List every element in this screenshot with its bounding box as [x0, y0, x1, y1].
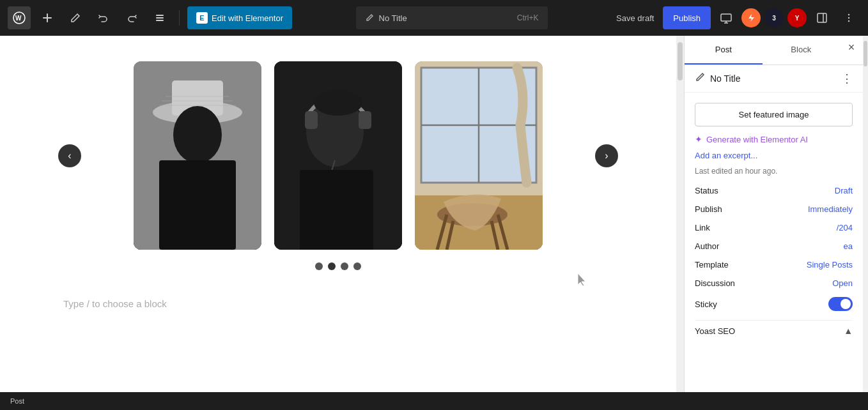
main-area: ‹ › Type / to choose a block Pos	[0, 36, 868, 392]
sidebar-body: Set featured image ✦ Generate with Eleme…	[685, 93, 863, 392]
svg-rect-22	[300, 170, 373, 250]
save-draft-button[interactable]: Save draft	[611, 6, 659, 29]
elementor-icon-letter: E	[199, 14, 204, 22]
svg-point-8	[848, 17, 849, 19]
edit-with-elementor-button[interactable]: E Edit with Elementor	[187, 6, 292, 29]
meta-row-template: Template Single Posts	[695, 260, 853, 270]
list-view-button[interactable]	[148, 6, 171, 29]
slider-dot-2[interactable]	[328, 262, 336, 270]
image-headphones	[274, 61, 402, 250]
post-title-text: No Title	[379, 13, 512, 23]
plugin-icon-yoast[interactable]: Y	[787, 8, 807, 27]
slider-next-icon: ›	[605, 150, 608, 162]
meta-value-template[interactable]: Single Posts	[807, 260, 853, 270]
generate-ai-link[interactable]: ✦ Generate with Elementor AI	[695, 134, 853, 144]
slider-prev-icon: ‹	[68, 150, 71, 162]
meta-label-status: Status	[695, 186, 718, 195]
canvas-scroll-thumb[interactable]	[678, 42, 683, 80]
edit-mode-button[interactable]	[64, 6, 87, 29]
meta-label-template: Template	[695, 260, 729, 270]
status-bar-label: Post	[10, 397, 24, 405]
last-edited-text: Last edited an hour ago.	[695, 167, 853, 176]
yoast-label: Y	[795, 15, 800, 22]
preview-button[interactable]	[715, 6, 738, 29]
add-excerpt-link[interactable]: Add an excerpt...	[695, 151, 853, 160]
tab-post[interactable]: Post	[685, 36, 763, 65]
toolbar-center: No Title Ctrl+K	[297, 6, 606, 29]
post-title-bar[interactable]: No Title Ctrl+K	[356, 6, 548, 29]
generate-ai-label: Generate with Elementor AI	[706, 135, 808, 144]
toolbar: W E Edit with Elementor	[0, 0, 868, 36]
publish-button[interactable]: Publish	[663, 6, 711, 29]
meta-label-sticky: Sticky	[695, 300, 717, 309]
sidebar: Post Block × No Title ⋮ Set featured ima…	[684, 36, 863, 392]
status-bar: Post	[0, 392, 868, 410]
svg-point-23	[314, 90, 362, 116]
meta-row-author: Author ea	[695, 241, 853, 251]
wp-logo[interactable]: W	[8, 6, 31, 29]
meta-value-link[interactable]: /204	[837, 223, 853, 232]
svg-point-9	[848, 20, 849, 22]
sidebar-scrollbar[interactable]	[863, 36, 868, 392]
slider-prev-button[interactable]: ‹	[58, 144, 81, 167]
svg-point-13	[173, 106, 222, 163]
image-chair	[415, 61, 543, 250]
toolbar-right: Save draft Publish 3 Y	[611, 6, 860, 29]
redo-button[interactable]	[120, 6, 143, 29]
set-featured-image-button[interactable]: Set featured image	[695, 103, 853, 126]
yoast-section-label: Yoast SEO	[695, 326, 735, 336]
slider-wrapper: ‹ ›	[63, 61, 613, 250]
meta-value-author[interactable]: ea	[844, 241, 853, 251]
sidebar-tabs: Post Block ×	[685, 36, 863, 65]
sidebar-scroll-thumb[interactable]	[864, 41, 867, 66]
canvas-scrollbar[interactable]	[676, 36, 684, 392]
slider-dots	[63, 262, 613, 270]
meta-row-discussion: Discussion Open	[695, 278, 853, 288]
slide-image-1	[134, 61, 261, 250]
meta-label-discussion: Discussion	[695, 278, 735, 288]
slider-dot-1[interactable]	[315, 262, 323, 270]
yoast-chevron-icon[interactable]: ▲	[844, 326, 853, 336]
svg-rect-3	[156, 17, 164, 19]
plugin-3-label: 3	[772, 15, 776, 22]
meta-label-link: Link	[695, 223, 710, 232]
meta-value-publish[interactable]: Immediately	[808, 204, 853, 214]
plugin-icon-bolt[interactable]	[741, 8, 761, 27]
sticky-toggle[interactable]	[828, 297, 853, 311]
editor-canvas[interactable]: ‹ › Type / to choose a block	[0, 36, 676, 392]
svg-rect-2	[156, 15, 164, 16]
slider-dot-3[interactable]	[341, 262, 348, 270]
canvas-content: ‹ › Type / to choose a block	[63, 61, 613, 319]
meta-label-author: Author	[695, 241, 719, 251]
sidebar-more-button[interactable]: ⋮	[841, 72, 853, 86]
elementor-button-label: Edit with Elementor	[212, 13, 283, 23]
meta-label-publish: Publish	[695, 204, 722, 214]
settings-panel-button[interactable]	[810, 6, 833, 29]
slider-next-button[interactable]: ›	[595, 144, 618, 167]
meta-value-discussion[interactable]: Open	[832, 278, 853, 288]
svg-point-7	[848, 14, 849, 15]
undo-button[interactable]	[92, 6, 115, 29]
add-block-button[interactable]	[36, 6, 59, 29]
svg-rect-14	[159, 160, 236, 250]
type-block-hint[interactable]: Type / to choose a block	[63, 288, 613, 319]
svg-rect-20	[305, 111, 318, 129]
plugin-icon-3[interactable]: 3	[764, 8, 784, 27]
meta-row-publish: Publish Immediately	[695, 204, 853, 214]
sidebar-close-button[interactable]: ×	[840, 36, 863, 59]
meta-row-sticky: Sticky	[695, 297, 853, 311]
meta-value-status[interactable]: Draft	[835, 186, 853, 195]
toolbar-divider	[179, 10, 180, 26]
svg-rect-4	[156, 20, 164, 21]
meta-row-status: Status Draft	[695, 186, 853, 195]
svg-rect-21	[359, 111, 371, 129]
meta-row-link: Link /204	[695, 223, 853, 232]
tab-block[interactable]: Block	[763, 36, 841, 65]
slider-images	[63, 61, 613, 250]
slider-dot-4[interactable]	[353, 262, 361, 270]
yoast-section-header[interactable]: Yoast SEO ▲	[695, 320, 853, 341]
sidebar-post-title: No Title	[710, 73, 841, 84]
elementor-icon: E	[196, 12, 208, 24]
slide-image-3	[415, 61, 543, 250]
more-options-button[interactable]	[837, 6, 860, 29]
